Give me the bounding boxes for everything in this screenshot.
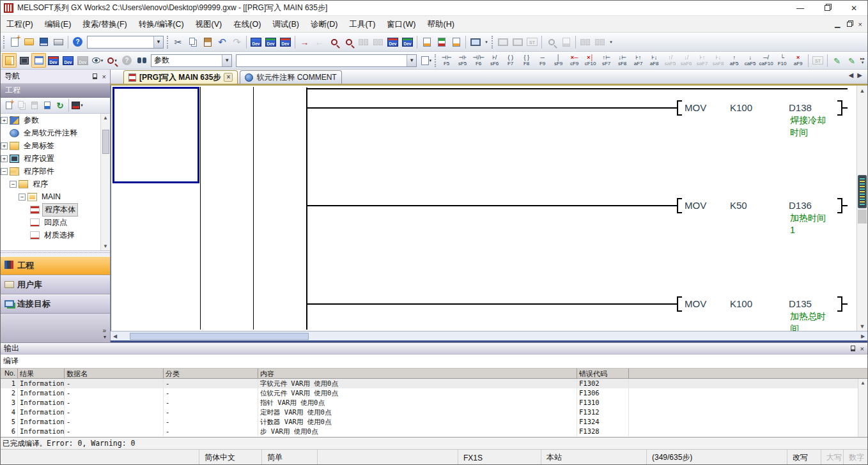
device-find-icon[interactable]: ▾ [105,53,120,68]
new-data-icon[interactable] [3,99,15,112]
tree-scrollbar[interactable]: ▲ ▼ [100,114,110,250]
toolbar-overflow-icon[interactable]: ▾ [483,40,490,44]
export-icon[interactable] [449,34,463,49]
column-header-no[interactable]: No. [1,369,18,378]
new-project-icon[interactable] [7,34,22,49]
instruction-mnemonic[interactable]: MOV [685,200,706,211]
instruction-destination[interactable]: D135 [789,298,812,309]
editor-horizontal-scrollbar[interactable]: ◀ ▶ [111,331,867,340]
scroll-right-icon[interactable]: ▶ [858,333,867,339]
ladder-symbol-button[interactable]: { } F8 [518,52,534,68]
ladder-symbol-button[interactable]: ×│ cF10 [582,52,598,68]
ladder-symbol-button[interactable]: ─/ caF10 [758,52,774,68]
ladder-symbol-button[interactable]: └ F10 [774,52,790,68]
menu-item[interactable]: 窗口(W) [381,16,421,33]
column-header-result[interactable]: 结果 [18,369,65,378]
display-window-icon[interactable]: ▾ [419,53,433,68]
ladder-symbol-button[interactable]: ⊦↓ aF8 [646,52,662,68]
online-change-icon[interactable] [434,34,449,49]
instruction-source[interactable]: K100 [730,102,752,113]
ladder-cursor[interactable] [112,87,199,183]
instruction-source[interactable]: K50 [730,200,747,211]
collapse-icon[interactable] [10,181,17,188]
data-properties-icon[interactable] [41,99,54,112]
menu-item[interactable]: 诊断(D) [305,16,343,33]
device-comment[interactable]: 加热时间 1 [790,212,845,236]
compile-target-combo[interactable]: 参数 ▼ [151,54,232,67]
output-scrollbar[interactable]: ▲ [858,379,867,437]
ladder-symbol-button[interactable]: ( ) F7 [502,52,518,68]
device-comment-edit-icon[interactable] [249,34,263,49]
tree-item-program[interactable]: 程序 [1,178,110,190]
ladder-symbol-button[interactable]: ↓ caF5 [742,52,758,68]
tree-item-home-position[interactable]: 回原点 [1,216,110,229]
tree-item-material-select[interactable]: 材质选择 [1,229,110,241]
output-table-row[interactable]: 3 Information - - 指针 VAR用 使用0点 F1310 [1,398,867,408]
cut-icon[interactable] [171,34,185,49]
instruction-mnemonic[interactable]: MOV [685,298,706,309]
device-comment-icon[interactable] [46,53,61,68]
scroll-down-icon[interactable]: ▼ [857,321,867,331]
scroll-up-icon[interactable]: ▲ [103,115,108,121]
find-icon[interactable] [134,53,149,68]
device-batch-icon[interactable] [278,34,293,49]
ladder-symbol-button[interactable]: │ sF9 [550,52,566,68]
scroll-up-icon[interactable]: ▲ [857,86,867,95]
ladder-symbol-button[interactable]: ⊦/ sF6 [486,52,502,68]
instruction-mnemonic[interactable]: MOV [685,102,706,113]
ladder-symbol-button[interactable]: ×─ cF9 [566,52,582,68]
ladder-symbol-button[interactable]: ⊦↑ saF7 [694,52,710,68]
toolbar-grip[interactable] [167,36,169,49]
help-icon[interactable] [70,34,85,49]
toolbar-grip[interactable] [492,36,494,49]
window-select-combo[interactable]: ▼ [236,54,417,67]
menu-item[interactable]: 工程(P) [1,16,39,33]
device-comment[interactable]: 加热总时 间 [790,310,845,331]
close-button[interactable]: ✕ [841,1,867,15]
column-header-errorcode[interactable]: 错误代码 [577,369,629,378]
editor-vertical-scrollbar[interactable]: ▲ ▼ [856,86,867,331]
ladder-symbol-button[interactable]: ⊣⊦ sF5 [454,52,470,68]
device-monitor-icon[interactable] [263,34,278,49]
tab-scroll-left-icon[interactable]: ◀ [849,72,854,79]
combo-arrow-icon[interactable]: ▼ [407,55,416,66]
expand-icon[interactable] [1,155,8,162]
device-comment[interactable]: 焊接冷却 时间 [790,114,845,139]
minimize-button[interactable]: — [787,1,814,15]
connection-destination-button[interactable]: 连接目标 [1,294,110,314]
ladder-symbol-button[interactable]: ─ F9 [534,52,550,68]
output-table-row[interactable]: 5 Information - - 计数器 VAR用 使用0点 F1324 [1,417,867,427]
restore-button[interactable] [814,1,841,15]
menu-item[interactable]: 帮助(H) [421,16,460,33]
menu-item[interactable]: 视图(V) [190,16,228,33]
combo-arrow-icon[interactable]: ▼ [222,55,231,66]
tab-prg-main[interactable]: [PRG]写入 MAIN 635步 × [123,70,238,84]
pin-icon[interactable] [851,346,855,351]
display-format-icon[interactable]: ▾ [90,53,105,68]
ladder-symbol-button[interactable]: × aF9 [790,52,806,68]
tree-item-program-setting[interactable]: 程序设置 [1,152,110,165]
refresh-icon[interactable] [54,99,66,112]
tree-item-main[interactable]: MAIN [1,190,110,203]
pin-icon[interactable] [93,73,97,79]
write-to-plc-icon[interactable] [297,34,312,49]
ladder-editor-canvas[interactable]: MOV K100 D138 焊接冷却 时间 MOV K50 D1 [111,86,867,331]
scroll-down-icon[interactable]: ▼ [103,243,108,249]
tab-scroll-right-icon[interactable]: ▶ [857,72,862,79]
menu-item[interactable]: 编辑(E) [39,16,77,33]
toolbar-grip[interactable] [3,36,6,49]
outline-window-icon[interactable] [31,53,46,68]
tree-item-pou[interactable]: 程序部件 [1,165,110,178]
ladder-symbol-button[interactable]: ⊣⊢ F5 [438,52,454,68]
ladder-symbol-button[interactable]: ↑ aF5 [726,52,742,68]
expand-icon[interactable] [1,117,8,124]
tree-item-program-body[interactable]: 程序本体 [1,203,110,216]
ladder-symbol-button[interactable]: ⊦↓ saF8 [710,52,726,68]
output-table-row[interactable]: 2 Information - - 位软元件 VAR用 使用0点 F1306 [1,388,867,398]
collapse-icon[interactable] [19,194,26,201]
ladder-symbol-button[interactable]: ↓⊢ sF8 [614,52,630,68]
scroll-thumb[interactable] [130,333,309,340]
footer-menu-icon[interactable]: ▾ [104,334,106,340]
ladder-symbol-button[interactable]: ↓/ saF6 [678,52,694,68]
dev-display-red-icon[interactable] [385,34,400,49]
